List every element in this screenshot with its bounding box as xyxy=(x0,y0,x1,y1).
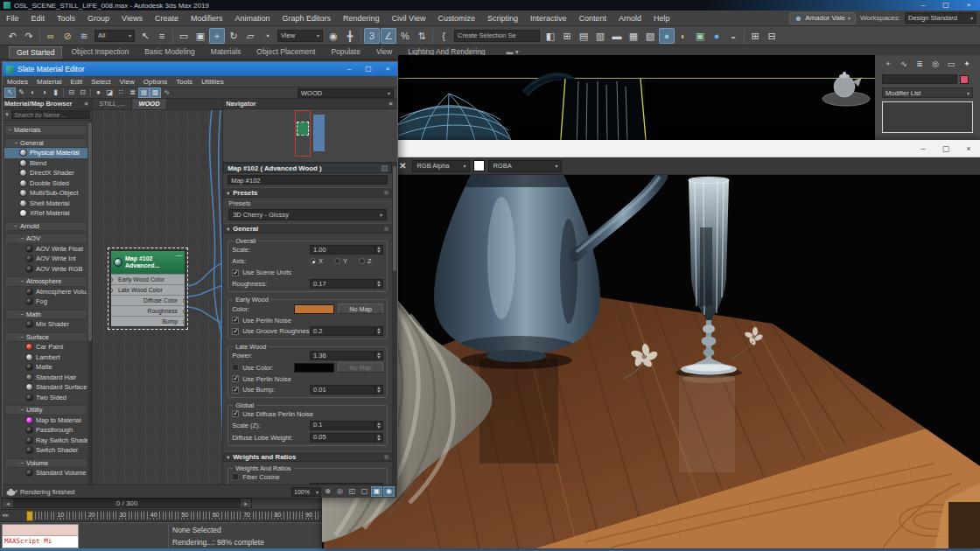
browser-item-standard-volume[interactable]: Standard Volume xyxy=(4,468,88,478)
scale-z-field[interactable]: 0.1 xyxy=(310,421,383,430)
sme-menu-select[interactable]: Select xyxy=(87,76,115,87)
input-socket-icon[interactable] xyxy=(111,277,113,282)
browser-item-standard-surface[interactable]: Standard Surface xyxy=(4,382,88,393)
browser-item-directx-shader[interactable]: DirectX Shader xyxy=(4,168,88,178)
scale-field[interactable]: 1.00 xyxy=(310,245,383,255)
use-bump-checkbox[interactable] xyxy=(232,387,239,394)
pan-to-selection-icon[interactable]: ◉ xyxy=(383,486,395,497)
browser-item-aov-write-float[interactable]: AOV Write Float xyxy=(4,244,88,255)
advanced-wood-node[interactable]: Map #102 Advanced... — Early Wood ColorL… xyxy=(110,250,186,327)
material-wand-icon[interactable]: ∿ xyxy=(161,87,172,98)
search-input[interactable] xyxy=(11,110,90,119)
object-color-swatch[interactable] xyxy=(960,75,969,84)
select-and-scale-icon[interactable]: ▱ xyxy=(242,28,258,44)
named-selection-field[interactable] xyxy=(454,30,540,42)
browser-item-passthrough[interactable]: Passthrough xyxy=(4,425,88,436)
menu-group[interactable]: Group xyxy=(81,10,116,26)
browser-item-car-paint[interactable]: Car Paint xyxy=(4,342,88,352)
active-material-dropdown[interactable]: WOOD ▾ xyxy=(298,88,394,98)
late-wood-no-map-button[interactable]: No Map xyxy=(338,362,383,373)
select-tool-icon[interactable]: ↖ xyxy=(4,87,16,98)
browser-item-switch-shader[interactable]: Switch Shader xyxy=(4,445,88,456)
weights-rollout[interactable]: Weights and Ratios xyxy=(223,451,392,462)
navigator-body[interactable] xyxy=(223,109,397,162)
utilities-tab-icon[interactable]: ✦ xyxy=(961,59,973,70)
browser-category-utility[interactable]: −Utility xyxy=(4,405,88,415)
ribbon-tab-get-started[interactable]: Get Started xyxy=(9,46,62,59)
maxscript-macro-recorder[interactable] xyxy=(3,525,78,536)
use-groove-roughness-checkbox[interactable] xyxy=(232,328,239,335)
spinner[interactable] xyxy=(374,352,382,359)
create-tab-icon[interactable]: + xyxy=(882,59,894,70)
diffuse-lobe-field[interactable]: 0.05 xyxy=(310,433,383,443)
modifier-stack[interactable] xyxy=(882,101,973,133)
material-id-icon[interactable]: ▮ xyxy=(50,87,61,98)
node-collapse-icon[interactable]: — xyxy=(176,252,182,258)
params-scrollbar[interactable] xyxy=(392,163,397,485)
ribbon-tab-object-inspection[interactable]: Object Inspection xyxy=(64,46,136,59)
browser-item-map-to-material[interactable]: Map to Material xyxy=(4,415,88,426)
background-color-swatch[interactable] xyxy=(473,160,485,171)
user-account-button[interactable]: ☻ Amador Vale ▾ xyxy=(789,12,856,24)
time-slider[interactable]: ◂ 0 / 300 ▸ xyxy=(2,498,252,508)
curve-editor-icon[interactable]: ▦ xyxy=(626,28,641,44)
sme-maximize-button[interactable]: ▢ xyxy=(359,62,378,76)
select-and-link-icon[interactable]: ∞ xyxy=(43,28,59,44)
workspace-dropdown[interactable]: Design Standard ▾ xyxy=(905,12,976,24)
view-tab-0[interactable]: STILL_... xyxy=(93,99,132,109)
pan-hand-icon[interactable]: ⊕ xyxy=(322,486,333,497)
node-canvas[interactable]: Map #102 Advanced... — Early Wood ColorL… xyxy=(93,110,222,485)
zoom-extents-selected-icon[interactable]: ▣ xyxy=(371,486,382,497)
browser-item-two-sided[interactable]: Two Sided xyxy=(4,393,88,403)
open-arnold-render-icon[interactable]: ◒ xyxy=(725,28,741,44)
use-perlin-noise-checkbox[interactable] xyxy=(232,317,239,324)
menu-rendering[interactable]: Rendering xyxy=(337,10,386,26)
motion-tab-icon[interactable]: ◎ xyxy=(929,59,942,70)
browser-category-surface[interactable]: −Surface xyxy=(4,332,88,343)
roughness-field[interactable]: 0.17 xyxy=(310,279,383,289)
spinner-snap-icon[interactable]: ⇅ xyxy=(414,28,430,44)
axis-y-radio[interactable]: Y xyxy=(334,257,347,265)
menu-arnold[interactable]: Arnold xyxy=(612,10,648,26)
pin-icon[interactable] xyxy=(382,165,388,171)
use-perlin-noise-2-checkbox[interactable] xyxy=(232,375,239,382)
use-scene-units-checkbox[interactable] xyxy=(232,269,239,276)
app-close-button[interactable]: × xyxy=(957,0,980,10)
general-rollout[interactable]: General xyxy=(223,223,392,234)
browser-item-physical-material[interactable]: Physical Material xyxy=(4,148,88,158)
clear-rendered-frame-icon[interactable]: ✕ xyxy=(399,161,406,171)
browser-scrollbar[interactable] xyxy=(88,121,92,485)
select-and-move-icon[interactable]: + xyxy=(209,28,225,44)
browser-category-math[interactable]: −Math xyxy=(4,310,88,320)
canvas-zoom-dropdown[interactable]: 100% ▾ xyxy=(291,487,321,497)
late-wood-color-swatch[interactable] xyxy=(294,363,334,373)
pick-material-from-object-icon[interactable]: ✎ xyxy=(16,87,27,98)
menu-civil-view[interactable]: Civil View xyxy=(386,10,432,26)
fiber-cosine-checkbox[interactable] xyxy=(232,473,239,480)
browser-item-lambert[interactable]: Lambert xyxy=(4,352,88,363)
angle-snap-icon[interactable]: ∠ xyxy=(381,28,396,44)
rendered-frame-titlebar[interactable]: – ▢ × xyxy=(322,140,980,157)
display-tab-icon[interactable]: ▭ xyxy=(945,59,957,70)
close-icon[interactable]: × xyxy=(82,100,90,108)
modify-tab-icon[interactable]: ∿ xyxy=(898,59,910,70)
sme-menu-tools[interactable]: Tools xyxy=(172,76,197,87)
ribbon-tab-object-placement[interactable]: Object Placement xyxy=(249,46,322,59)
use-diffuse-perlin-checkbox[interactable] xyxy=(232,410,239,417)
spinner[interactable] xyxy=(374,484,382,485)
menu-create[interactable]: Create xyxy=(149,10,185,26)
color-format-dropdown[interactable]: RGBA ▾ xyxy=(488,160,562,172)
browser-category-arnold[interactable]: −Arnold xyxy=(4,221,88,232)
use-color-checkbox[interactable] xyxy=(232,364,239,371)
browser-category-materials[interactable]: −Materials xyxy=(4,125,88,136)
browser-item-xref-material[interactable]: XRef Material xyxy=(4,208,88,219)
close-icon[interactable]: × xyxy=(387,100,395,108)
next-frame-icon[interactable]: ▸ xyxy=(241,499,251,507)
browser-item-blend[interactable]: Blend xyxy=(4,158,88,169)
browser-category-aov[interactable]: −AOV xyxy=(4,234,88,244)
toggle-scene-explorer-icon[interactable]: ▤ xyxy=(576,28,592,44)
browser-item-atmosphere-volu-[interactable]: Atmosphere Volu... xyxy=(4,287,88,297)
browser-category-general[interactable]: −General xyxy=(4,138,88,149)
workspace-grid-icon[interactable]: ⊞ xyxy=(747,28,763,44)
edit-named-selections-icon[interactable]: { xyxy=(436,28,452,44)
